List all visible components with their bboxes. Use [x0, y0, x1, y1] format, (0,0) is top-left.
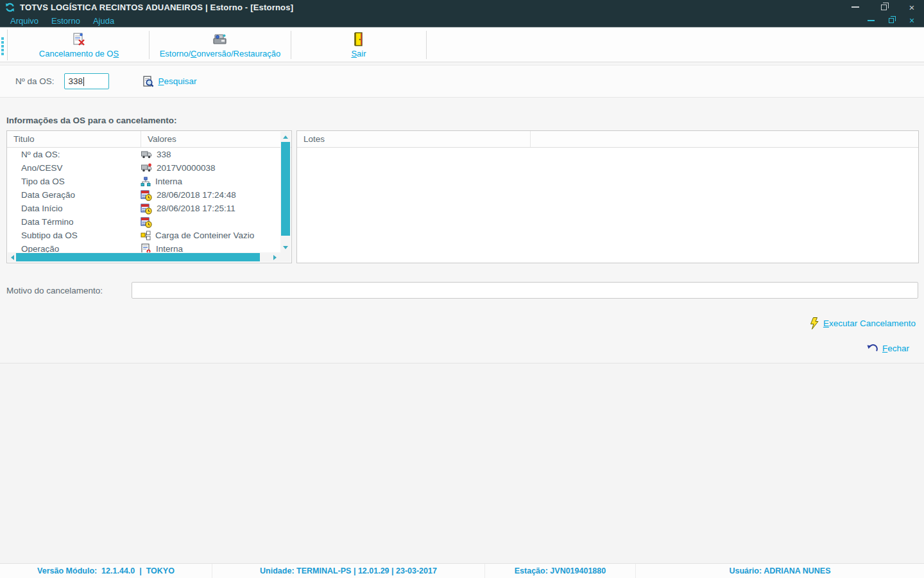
close-icon[interactable]: ×: [906, 15, 918, 26]
caret-right-icon[interactable]: [271, 252, 278, 262]
caret-left-icon[interactable]: [9, 252, 15, 262]
row-value: Interna: [141, 177, 280, 187]
table-row[interactable]: Ano/CESV 2017V0000038: [7, 161, 280, 175]
toolbar: Cancelamento de OS Estorno/Conversão/Res…: [0, 28, 924, 62]
row-value: 28/06/2018 17:24:48: [141, 189, 280, 201]
status-unidade: Unidade: TERMINAL-PS | 12.01.29 | 23-03-…: [212, 564, 484, 578]
row-title: Ano/CESV: [7, 163, 141, 173]
menu-arquivo[interactable]: Arquivo: [4, 16, 45, 26]
row-value: 338: [141, 150, 280, 159]
toolbar-button-label: Sair: [351, 49, 366, 58]
column-header-titulo[interactable]: Titulo: [7, 131, 141, 147]
toolbar-separator: [426, 31, 427, 59]
menubar: Arquivo Estorno Ajuda ×: [0, 15, 924, 28]
menu-ajuda[interactable]: Ajuda: [87, 16, 121, 26]
toolbar-button-label: Estorno/Conversão/Restauração: [160, 49, 281, 58]
pesquisar-button[interactable]: Pesquisar: [142, 76, 196, 87]
truck-red-icon: [141, 163, 152, 173]
row-title: Tipo da OS: [7, 177, 141, 186]
application-window: TOTVS LOGÍSTICA RECINTOS ADUANEIROS | Es…: [0, 0, 924, 578]
lotes-panel: Lotes: [296, 130, 919, 263]
os-number-value: 338: [68, 76, 83, 86]
toolbar-button-label: Cancelamento de OS: [39, 49, 119, 58]
sair-button[interactable]: Sair: [291, 28, 426, 62]
motivo-input[interactable]: [132, 282, 918, 299]
motivo-label: Motivo do cancelamento:: [6, 286, 103, 295]
caret-up-icon[interactable]: [280, 133, 291, 141]
scrollbar-thumb[interactable]: [16, 253, 260, 261]
calendar-clock-icon: [141, 216, 152, 228]
row-value: Carga de Conteiner Vazio: [141, 231, 280, 241]
empty-workspace: [0, 363, 924, 563]
status-usuario: Usuário: ADRIANA NUNES: [636, 564, 924, 578]
table-row[interactable]: Data Término: [7, 215, 280, 229]
os-number-input[interactable]: 338: [64, 73, 109, 89]
calendar-clock-icon: [141, 189, 152, 201]
search-band: Nº da OS: 338 Pesquisar: [0, 65, 924, 98]
search-doc-icon: [142, 76, 154, 87]
row-title: Subtipo da OS: [7, 231, 141, 240]
truck-icon: [141, 150, 152, 159]
fechar-button[interactable]: Fechar: [866, 344, 909, 353]
refresh-icon: [4, 2, 15, 13]
row-value: 28/06/2018 17:25:11: [141, 203, 280, 215]
document-edit-icon: [141, 243, 151, 252]
pesquisar-label: Pesquisar: [158, 76, 196, 86]
table-row[interactable]: Nº da OS: 338: [7, 148, 280, 161]
cancelamento-de-os-button[interactable]: Cancelamento de OS: [9, 28, 149, 62]
boxes-icon: [141, 231, 151, 241]
row-value: Interna: [141, 243, 280, 252]
os-info-grid: Titulo Valores Nº da OS: 338 Ano/CESV: [6, 130, 292, 263]
titlebar: TOTVS LOGÍSTICA RECINTOS ADUANEIROS | Es…: [0, 0, 924, 15]
column-header-valores[interactable]: Valores: [141, 131, 291, 147]
row-value: [141, 216, 280, 228]
os-number-label: Nº da OS:: [15, 76, 54, 86]
row-title: Nº da OS:: [7, 150, 141, 159]
estorno-conversao-icon: [212, 31, 228, 47]
row-title: Data Início: [7, 204, 141, 213]
row-title: Operação: [7, 244, 141, 252]
lotes-header: Lotes: [297, 131, 918, 148]
status-versao-modulo: Versão Módulo: 12.1.44.0 | TOKYO: [0, 564, 212, 578]
table-row[interactable]: Data Início 28/06/2018 17:25:11: [7, 202, 280, 215]
row-value: 2017V0000038: [141, 163, 280, 173]
cancel-os-icon: [71, 31, 87, 47]
hierarchy-icon: [141, 177, 151, 187]
info-section-label: Informações da OS para o cancelamento:: [6, 116, 177, 125]
estorno-conversao-restauracao-button[interactable]: Estorno/Conversão/Restauração: [150, 28, 291, 62]
exit-door-icon: [351, 31, 366, 47]
lightning-icon: [809, 317, 819, 329]
window-controls: ×: [850, 2, 918, 12]
row-title: Data Geração: [7, 190, 141, 200]
calendar-clock-icon: [141, 203, 152, 215]
fechar-label: Fechar: [882, 344, 909, 353]
row-title: Data Término: [7, 217, 141, 227]
scrollbar-thumb[interactable]: [281, 142, 290, 236]
statusbar: Versão Módulo: 12.1.44.0 | TOKYO Unidade…: [0, 563, 924, 578]
text-cursor: [83, 77, 84, 86]
minimize-icon[interactable]: [850, 2, 861, 12]
caret-down-icon[interactable]: [280, 243, 291, 251]
restore-icon[interactable]: [878, 2, 889, 12]
table-row[interactable]: Subtipo da OS Carga de Conteiner Vazio: [7, 229, 280, 242]
executar-cancelamento-label: Executar Cancelamento: [823, 319, 916, 328]
grid-rows: Nº da OS: 338 Ano/CESV: [7, 148, 280, 252]
toolbar-grip-handle[interactable]: [0, 28, 9, 62]
table-row[interactable]: Data Geração 28/06/2018 17:24:48: [7, 188, 280, 202]
window-title: TOTVS LOGÍSTICA RECINTOS ADUANEIROS | Es…: [20, 3, 293, 12]
undo-arrow-icon: [866, 344, 878, 353]
minimize-icon[interactable]: [865, 15, 877, 26]
restore-icon[interactable]: [886, 15, 897, 26]
vertical-scrollbar[interactable]: [280, 132, 291, 252]
table-row[interactable]: Tipo da OS Interna: [7, 175, 280, 188]
horizontal-scrollbar[interactable]: [8, 252, 291, 262]
close-icon[interactable]: ×: [906, 2, 918, 12]
column-header-lotes[interactable]: Lotes: [297, 131, 531, 147]
grid-header: Titulo Valores: [7, 131, 291, 148]
executar-cancelamento-button[interactable]: Executar Cancelamento: [809, 317, 916, 329]
mdi-window-controls: ×: [865, 15, 918, 26]
status-estacao: Estação: JVN019401880: [485, 564, 635, 578]
table-row[interactable]: Operação Interna: [7, 242, 280, 252]
menu-estorno[interactable]: Estorno: [45, 16, 87, 26]
